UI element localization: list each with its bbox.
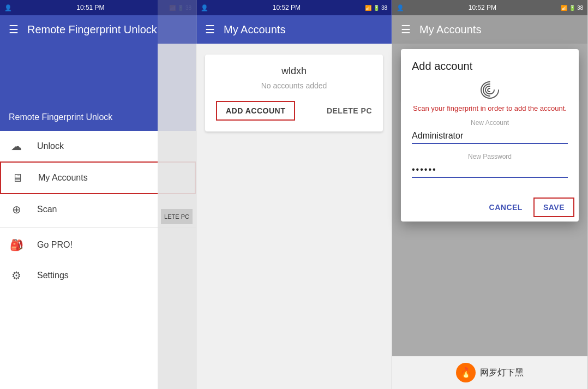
status-right-icons-3: 📶 🔋 38 <box>561 5 583 11</box>
password-label: New Password <box>412 153 568 160</box>
app-bar-2: ☰ My Accounts <box>196 15 392 44</box>
account-label: New Account <box>412 119 568 127</box>
account-card-buttons: ADD ACCOUNT DELETE PC <box>216 101 372 121</box>
password-input-group: New Password <box>412 153 568 178</box>
watermark-area: 🔥 网罗灯下黑 <box>392 356 587 389</box>
hamburger-icon-2[interactable]: ☰ <box>205 23 215 36</box>
app-title-3: My Accounts <box>419 23 481 36</box>
account-card: wldxh No accounts added ADD ACCOUNT DELE… <box>205 55 383 131</box>
status-bar-3: 👤 10:52 PM 📶 🔋 38 <box>392 0 587 15</box>
account-card-empty: No accounts added <box>216 81 372 90</box>
app-title-1: Remote Fingerprint Unlock <box>27 23 157 36</box>
hamburger-icon-1[interactable]: ☰ <box>9 23 19 36</box>
status-right-icons-2: 📶 🔋 38 <box>365 5 387 11</box>
save-button[interactable]: SAVE <box>533 198 574 217</box>
account-input[interactable] <box>412 129 568 144</box>
accounts-body: wldxh No accounts added ADD ACCOUNT DELE… <box>196 44 392 389</box>
status-bar-2: 👤 10:52 PM 📶 🔋 38 <box>196 0 392 15</box>
panel-add-account: 👤 10:52 PM 📶 🔋 38 ☰ My Accounts wldxh No… <box>392 0 588 389</box>
panel-my-accounts: 👤 10:52 PM 📶 🔋 38 ☰ My Accounts wldxh No… <box>196 0 392 389</box>
go-pro-icon: 🎒 <box>9 237 24 253</box>
peek-content: LETE PC <box>158 44 196 389</box>
sidebar-label-unlock: Unlock <box>37 141 64 151</box>
peek-delete-label: LETE PC <box>161 209 193 224</box>
time-3: 10:52 PM <box>469 4 496 11</box>
battery-icon-3: 🔋 <box>569 5 575 11</box>
add-account-button[interactable]: ADD ACCOUNT <box>216 101 295 121</box>
battery-label-2: 38 <box>381 5 387 11</box>
sidebar-label-go-pro: Go PRO! <box>37 240 73 250</box>
panel-peek: LETE PC <box>158 0 196 389</box>
unlock-icon: ☁ <box>9 139 24 154</box>
time-2: 10:52 PM <box>273 4 301 11</box>
sidebar-label-scan: Scan <box>37 205 57 214</box>
hamburger-icon-3[interactable]: ☰ <box>401 23 411 36</box>
scan-icon: ⊕ <box>9 202 24 217</box>
add-account-dialog: Add account Scan your fingerprint <box>401 49 579 222</box>
watermark-text: 网罗灯下黑 <box>480 367 524 379</box>
app-title-2: My Accounts <box>224 23 285 36</box>
status-left-icons-3: 👤 <box>397 4 404 11</box>
settings-icon: ⚙ <box>9 268 24 283</box>
account-input-group: New Account <box>412 119 568 144</box>
peek-app-bar <box>158 15 196 44</box>
wifi-icon-3: 📶 <box>561 5 567 11</box>
app-bar-3: ☰ My Accounts <box>392 15 587 44</box>
dialog-title: Add account <box>401 49 579 79</box>
fingerprint-hint: Scan your fingerprint in order to add th… <box>413 104 567 112</box>
peek-status-bar <box>158 0 196 15</box>
cancel-button[interactable]: CANCEL <box>483 198 529 217</box>
panel-sidebar: 👤 10:51 PM 📶 🔋 38 ☰ Remote Fingerprint U… <box>0 0 196 389</box>
user-icon-3: 👤 <box>397 4 404 11</box>
watermark-badge: 🔥 <box>456 363 476 382</box>
sidebar-label-my-accounts: My Accounts <box>38 173 88 183</box>
dialog-content: Scan your fingerprint in order to add th… <box>401 79 579 193</box>
status-left-icons-2: 👤 <box>201 4 208 11</box>
panel3-body: wldxh No accounts added Add account <box>392 44 587 389</box>
account-card-name: wldxh <box>216 65 372 77</box>
fingerprint-area: Scan your fingerprint in order to add th… <box>412 79 568 112</box>
user-icon-2: 👤 <box>201 4 208 11</box>
user-icon-1: 👤 <box>4 4 12 11</box>
battery-icon-2: 🔋 <box>373 5 380 11</box>
my-accounts-icon: 🖥 <box>10 170 25 185</box>
status-left-icons-1: 👤 <box>4 4 12 11</box>
password-input[interactable] <box>412 163 568 178</box>
time-1: 10:51 PM <box>76 4 104 11</box>
sidebar-header-label: Remote Fingerprint Unlock <box>9 112 112 122</box>
battery-label-3: 38 <box>577 5 583 11</box>
dialog-overlay: Add account Scan your fingerprint <box>392 44 587 389</box>
sidebar-label-settings: Settings <box>37 271 69 280</box>
wifi-icon-2: 📶 <box>365 5 371 11</box>
dialog-actions: CANCEL SAVE <box>401 193 579 222</box>
fingerprint-icon <box>479 79 501 101</box>
delete-pc-button[interactable]: DELETE PC <box>327 106 372 115</box>
